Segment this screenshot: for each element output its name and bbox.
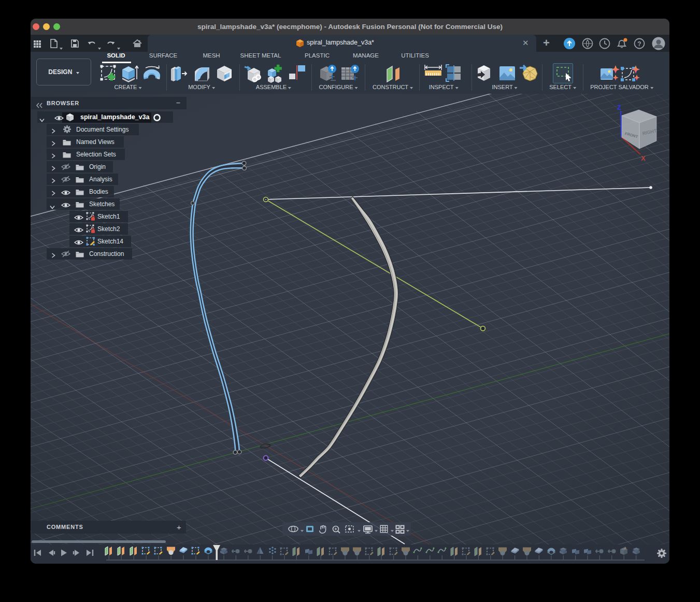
svg-text:X: X: [641, 154, 646, 162]
svg-text:Z: Z: [617, 104, 621, 111]
svg-text:?: ?: [637, 40, 641, 48]
